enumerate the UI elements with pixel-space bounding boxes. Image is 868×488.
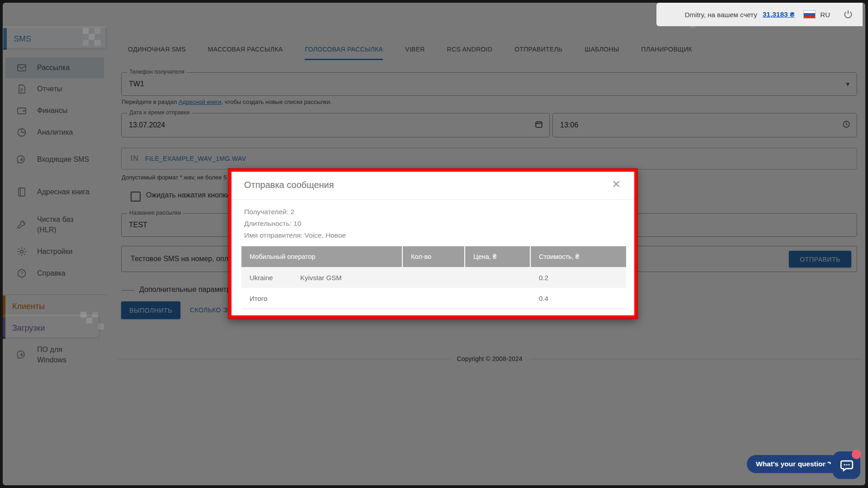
power-icon[interactable] [843,9,854,20]
sms-row-glow [2,26,105,48]
recipients-line: Получателей: 2 [244,208,294,216]
col-header-price: Цена, ₴ [465,246,531,267]
cell-country: Ukraine [250,274,300,282]
col-header-qty: Кол-во [403,246,465,267]
duration-line: Длительность: 10 [244,220,301,228]
send-message-modal: Отправка сообщения ✕ Получателей: 2 Длит… [228,169,637,319]
col-header-cost: Стоимость, ₴ [531,246,626,267]
user-greeting: Dmitry, на вашем счету [685,11,757,19]
cell-cost: 0.2 [531,274,626,282]
user-panel: Dmitry, на вашем счету 31,3183 ₴ RU [656,3,863,26]
cell-operator: Kyivstar GSM [300,274,342,282]
ru-flag-icon[interactable] [803,10,816,19]
language-selector[interactable]: RU [820,11,830,19]
modal-title: Отправка сообщения [244,180,334,190]
screen: SMS Рассылка Отчеты Финансы Аналитика Вх… [0,0,868,488]
sender-line: Имя отправителя: Voice, Новое [244,231,346,239]
close-icon[interactable]: ✕ [612,179,621,190]
modal-divider [231,199,634,200]
cell-country: Итого [250,295,300,302]
notification-dot [852,450,861,459]
chat-icon [839,458,854,473]
table-row-total: Итого 0.4 [241,288,626,309]
chat-question-text: What's your question? [756,460,831,468]
balance-link[interactable]: 31,3183 ₴ [763,10,795,19]
cell-cost: 0.4 [531,295,626,302]
downloads-row-glow [3,314,99,337]
price-table: Мобильный оператор Кол-во Цена, ₴ Стоимо… [241,246,626,309]
pixel-decor [80,312,86,318]
table-header-row: Мобильный оператор Кол-во Цена, ₴ Стоимо… [241,246,626,267]
chat-bubble-tail [826,462,833,470]
col-header-operator: Мобильный оператор [241,246,403,267]
table-row: UkraineKyivstar GSM 0.2 [241,267,626,288]
